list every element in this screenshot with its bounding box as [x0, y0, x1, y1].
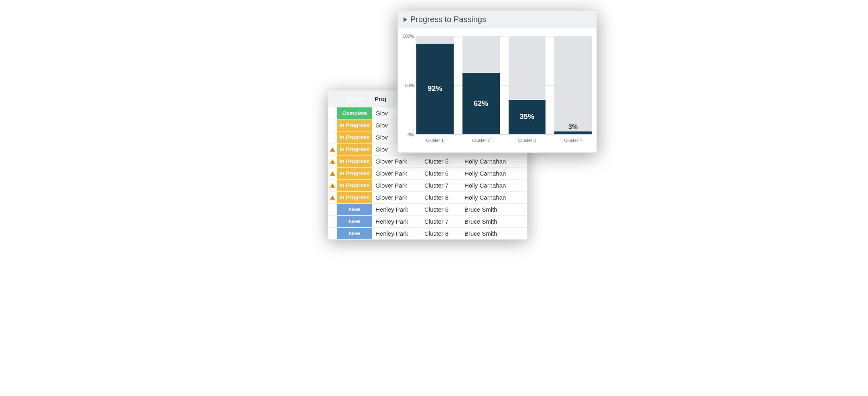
- row-warning-cell: [328, 156, 337, 167]
- row-warning-cell: [328, 204, 337, 215]
- owner-cell: Holly Carnahan: [461, 192, 527, 203]
- table-header-status: Status: [337, 91, 372, 107]
- owner-cell: Bruce Smith: [461, 216, 527, 227]
- bar-background: 62%: [462, 36, 500, 134]
- project-cell: Glover Park: [372, 156, 421, 167]
- bar-value-label: 35%: [520, 113, 534, 121]
- chart-title: Progress to Passings: [410, 15, 486, 24]
- row-warning-cell: [328, 180, 337, 191]
- table-header-warn: [328, 91, 337, 107]
- table-row[interactable]: In ProgressGlover ParkCluster 7Holly Car…: [328, 179, 527, 191]
- project-cell: Henley Park: [372, 216, 421, 227]
- row-warning-cell: [328, 228, 337, 239]
- status-badge: Complete: [337, 107, 372, 119]
- bar-background: 3%: [554, 36, 592, 134]
- bar-background: 92%: [416, 36, 454, 134]
- row-warning-cell: [328, 107, 337, 119]
- chart-plot-area: 92%62%35%3%: [416, 36, 592, 135]
- warning-icon: [330, 195, 335, 200]
- progress-chart-card: Progress to Passings 100% 50% 0% 92%62%3…: [397, 10, 597, 153]
- project-cell: Henley Park: [372, 228, 421, 239]
- row-warning-cell: [328, 216, 337, 227]
- cluster-cell: Cluster 8: [421, 228, 461, 239]
- chart-title-bar[interactable]: Progress to Passings: [398, 11, 596, 28]
- table-row[interactable]: In ProgressGlover ParkCluster 6Holly Car…: [328, 167, 527, 179]
- table-row[interactable]: NewHenley ParkCluster 7Bruce Smith: [328, 215, 527, 227]
- warning-icon: [330, 183, 335, 188]
- cluster-cell: Cluster 6: [421, 204, 461, 215]
- table-row[interactable]: NewHenley ParkCluster 8Bruce Smith: [328, 227, 527, 239]
- table-row[interactable]: In ProgressGlover ParkCluster 5Holly Car…: [328, 155, 527, 167]
- bar-value[interactable]: 62%: [462, 73, 500, 134]
- row-warning-cell: [328, 143, 337, 155]
- row-warning-cell: [328, 131, 337, 143]
- chart-y-axis: 100% 50% 0%: [400, 36, 416, 135]
- x-axis-label: Cluster 1: [416, 138, 454, 143]
- bar-slot: 62%: [462, 36, 500, 134]
- status-badge: In Progress: [337, 192, 372, 203]
- x-axis-label: Cluster 3: [509, 138, 546, 143]
- project-cell: Glover Park: [372, 168, 421, 179]
- bar-value[interactable]: 3%: [554, 131, 592, 134]
- row-warning-cell: [328, 168, 337, 179]
- bar-value-label: 92%: [428, 85, 442, 93]
- status-badge: In Progress: [337, 180, 372, 191]
- table-row[interactable]: NewHenley ParkCluster 6Bruce Smith: [328, 203, 527, 215]
- warning-icon: [330, 159, 335, 164]
- owner-cell: Bruce Smith: [461, 204, 527, 215]
- bar-value[interactable]: 35%: [509, 100, 546, 134]
- y-tick-0: 0%: [408, 132, 414, 137]
- x-axis-label: Cluster 2: [462, 138, 500, 143]
- status-badge: In Progress: [337, 131, 372, 143]
- project-cell: Glover Park: [372, 180, 421, 191]
- bar-background: 35%: [509, 36, 546, 134]
- row-warning-cell: [328, 192, 337, 203]
- bar-value[interactable]: 92%: [416, 44, 454, 134]
- project-cell: Henley Park: [372, 204, 421, 215]
- warning-icon: [330, 171, 335, 176]
- owner-cell: Holly Carnahan: [461, 168, 527, 179]
- y-tick-50: 50%: [405, 83, 414, 88]
- table-row[interactable]: In ProgressGlover ParkCluster 8Holly Car…: [328, 191, 527, 203]
- owner-cell: Holly Carnahan: [461, 156, 527, 167]
- bar-slot: 35%: [509, 36, 546, 134]
- status-badge: In Progress: [337, 168, 372, 179]
- x-axis-label: Cluster 4: [554, 138, 592, 143]
- chart-body: 100% 50% 0% 92%62%35%3% Cluster 1Cluster…: [398, 28, 596, 152]
- chart-x-labels: Cluster 1Cluster 2Cluster 3Cluster 4: [416, 138, 592, 143]
- bar-slot: 92%: [416, 36, 454, 134]
- warning-icon: [330, 147, 335, 152]
- cluster-cell: Cluster 6: [421, 168, 461, 179]
- row-warning-cell: [328, 119, 337, 131]
- status-badge: In Progress: [337, 143, 372, 155]
- status-badge: New: [337, 216, 372, 227]
- status-badge: In Progress: [337, 119, 372, 131]
- bar-value-label: 62%: [474, 99, 488, 108]
- owner-cell: Bruce Smith: [461, 228, 527, 239]
- status-badge: New: [337, 228, 372, 239]
- status-badge: In Progress: [337, 156, 372, 167]
- cluster-cell: Cluster 7: [421, 180, 461, 191]
- owner-cell: Holly Carnahan: [461, 180, 527, 191]
- expand-triangle-icon: [404, 17, 407, 22]
- cluster-cell: Cluster 8: [421, 192, 461, 203]
- project-cell: Glover Park: [372, 192, 421, 203]
- bar-value-label: 3%: [554, 123, 592, 131]
- cluster-cell: Cluster 5: [421, 156, 461, 167]
- bar-slot: 3%: [554, 36, 592, 134]
- y-tick-100: 100%: [403, 34, 414, 38]
- status-badge: New: [337, 204, 372, 215]
- cluster-cell: Cluster 7: [421, 216, 461, 227]
